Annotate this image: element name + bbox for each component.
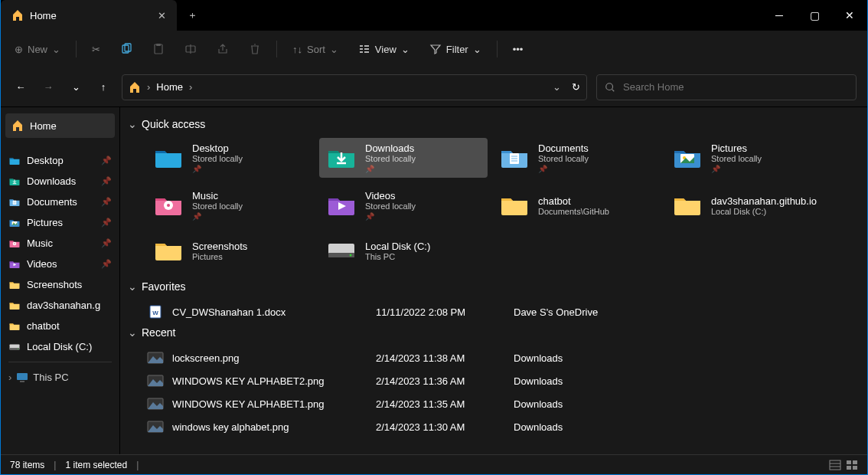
rename-button[interactable] [180,40,201,58]
search-box[interactable] [596,74,857,100]
chevron-right-icon: › [147,81,150,93]
more-button[interactable]: ••• [508,41,528,58]
item-location: Local Disk (C:) [711,207,817,216]
svg-rect-47 [830,460,840,470]
favorite-row[interactable]: WCV_DWShanahan 1.docx 11/11/2022 2:08 PM… [146,300,857,323]
sidebar-item-videos[interactable]: Videos 📌 [1,254,119,274]
sidebar-item-this-pc[interactable]: › This PC [1,367,119,388]
svg-rect-27 [20,381,24,382]
file-date: 2/14/2023 11:30 AM [376,421,514,433]
item-name: Downloads [365,142,416,154]
sidebar-item-downloads[interactable]: Downloads 📌 [1,171,119,192]
sidebar-item-desktop[interactable]: Desktop 📌 [1,150,119,171]
qa-item-screenshots[interactable]: Screenshots Pictures [146,233,315,268]
item-name: Documents [538,142,589,154]
videos-icon [325,192,357,218]
cut-button[interactable]: ✂ [87,41,105,58]
file-date: 2/14/2023 11:36 AM [376,375,514,387]
sidebar-item-documents[interactable]: Documents 📌 [1,192,119,212]
scissors-icon: ✂ [92,44,100,55]
folder-icon [8,321,21,332]
sidebar-item-dav3shanahan-g[interactable]: dav3shanahan.g [1,295,119,316]
sidebar-item-label: Desktop [27,155,64,166]
qa-item-dav3shanahan-github-io[interactable]: dav3shanahan.github.io Local Disk (C:) [665,185,834,225]
close-window-button[interactable]: ✕ [832,0,867,31]
item-name: dav3shanahan.github.io [711,195,817,207]
thumbnails-view-icon[interactable] [846,460,858,470]
svg-line-13 [612,89,615,91]
file-location: Downloads [514,352,667,364]
disk-icon [325,238,357,264]
recent-row[interactable]: lockscreen.png 2/14/2023 11:38 AM Downlo… [146,346,857,369]
chevron-down-icon[interactable]: ⌄ [553,81,561,93]
videos-icon [8,259,21,270]
item-name: chatbot [538,195,609,207]
sidebar-item-local-disk-c-[interactable]: Local Disk (C:) [1,336,119,357]
item-location: Stored locally [711,154,762,163]
recent-dropdown[interactable]: ⌄ [67,78,85,97]
plus-circle-icon: ⊕ [15,44,23,55]
back-button[interactable]: ← [11,78,30,97]
breadcrumb[interactable]: › Home › ⌄ ↻ [122,74,587,100]
pin-icon: 📌 [101,259,112,269]
sidebar-item-home[interactable]: Home [5,113,115,138]
recent-row[interactable]: windows key alphabet.png 2/14/2023 11:30… [146,415,857,438]
refresh-icon[interactable]: ↻ [572,81,580,93]
copy-icon [120,43,132,55]
delete-button[interactable] [244,40,266,58]
search-input[interactable] [623,81,848,93]
view-button[interactable]: View ⌄ [354,40,414,58]
svg-point-25 [18,348,18,349]
group-header-quickaccess[interactable]: ⌄ Quick access [128,118,857,130]
new-tab-button[interactable]: ＋ [177,0,207,31]
recent-row[interactable]: WINDOWS KEY ALPHABET2.png 2/14/2023 11:3… [146,369,857,392]
file-name: WINDOWS KEY ALPHABET1.png [172,398,324,410]
qa-item-downloads[interactable]: Downloads Stored locally 📌 [319,138,488,178]
svg-rect-7 [360,48,363,50]
up-button[interactable]: ↑ [94,78,113,97]
tab-home[interactable]: Home ✕ [1,0,177,31]
forward-button[interactable]: → [39,78,57,97]
minimize-button[interactable]: ─ [762,0,797,31]
group-header-recent[interactable]: ⌄ Recent [128,326,857,339]
file-date: 2/14/2023 11:35 AM [376,398,514,410]
svg-rect-50 [847,460,851,464]
sidebar-item-screenshots[interactable]: Screenshots [1,274,119,295]
close-tab-icon[interactable]: ✕ [158,10,166,21]
svg-point-22 [14,243,15,244]
qa-item-music[interactable]: Music Stored locally 📌 [146,185,315,225]
qa-item-local-disk-c-[interactable]: Local Disk (C:) This PC [319,233,488,268]
item-location: Documents\GitHub [538,207,609,216]
sidebar-item-label: Videos [27,258,57,270]
recent-row[interactable]: WINDOWS KEY ALPHABET1.png 2/14/2023 11:3… [146,392,857,415]
sidebar-item-pictures[interactable]: Pictures 📌 [1,212,119,233]
sidebar-item-chatbot[interactable]: chatbot [1,316,119,336]
qa-item-documents[interactable]: Documents Stored locally 📌 [492,138,661,178]
details-view-icon[interactable] [829,460,841,470]
file-location: Downloads [514,421,667,433]
qa-item-videos[interactable]: Videos Stored locally 📌 [319,185,488,225]
svg-rect-26 [17,373,28,380]
addressbar: ← → ⌄ ↑ › Home › ⌄ ↻ [1,67,867,107]
qa-item-desktop[interactable]: Desktop Stored locally 📌 [146,138,315,178]
group-header-favorites[interactable]: ⌄ Favorites [128,280,857,293]
qa-item-pictures[interactable]: Pictures Stored locally 📌 [665,138,834,178]
sidebar-item-music[interactable]: Music 📌 [1,233,119,254]
pin-icon: 📌 [711,165,762,173]
item-name: Local Disk (C:) [365,241,430,252]
item-name: Pictures [711,142,762,154]
file-location: Dave S's OneDrive [514,306,667,318]
maximize-button[interactable]: ▢ [797,0,832,31]
copy-button[interactable] [116,40,137,58]
downloads-icon [325,145,357,171]
file-icon: W [146,305,165,319]
sidebar-item-label: dav3shanahan.g [27,300,100,311]
filter-button[interactable]: Filter ⌄ [425,40,486,58]
new-button[interactable]: ⊕ New ⌄ [10,41,65,58]
qa-item-chatbot[interactable]: chatbot Documents\GitHub [492,185,661,225]
pin-icon: 📌 [101,238,112,248]
paste-button[interactable] [148,40,169,58]
share-button[interactable] [212,40,233,58]
sort-button[interactable]: ↑↓ Sort ⌄ [288,41,343,58]
item-name: Desktop [192,142,243,154]
